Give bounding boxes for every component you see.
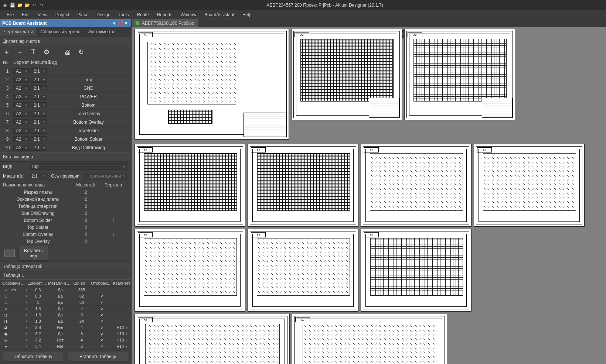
drawing-sheet[interactable]: А2 [361,229,471,312]
remove-sheet-icon[interactable]: － [16,48,24,56]
panel-menu-icon[interactable]: ▾ [111,21,117,26]
drawing-sheet[interactable]: А2 [291,29,402,120]
scale-select[interactable]: 2:1▼ [31,102,47,108]
hole-display[interactable]: ✓ [91,313,113,317]
hole-display[interactable]: ✓ [91,306,113,311]
hole-symbol-cell[interactable]: ●▼ [2,344,28,349]
save-icon[interactable]: 💾 [9,2,16,8]
scale-select[interactable]: 2:1▼ [31,68,47,74]
tab-assembly-drawing[interactable]: Сборочный чертёж [37,27,84,36]
format-select[interactable]: A2▼ [13,85,30,91]
hole-symbol-cell[interactable]: ◕▼ [2,325,28,330]
sheet-row[interactable]: 5A2▼2:1▼Bottom [0,101,131,110]
scale-select[interactable]: 2:1▼ [31,111,47,117]
menu-boardassistant[interactable]: BoardAssistant [201,11,238,18]
undo-icon[interactable]: ↶ [31,2,38,8]
menu-edit[interactable]: Edit [18,11,33,18]
hole-row[interactable]: ◇▼1Да80✓ [0,299,131,306]
hole-row[interactable]: □▼0.8Да82✓ [0,293,131,299]
menu-window[interactable]: Window [177,11,200,18]
hole-symbol-cell[interactable]: ◔▼ [2,312,28,317]
menu-tools[interactable]: Tools [115,11,133,18]
insert-table-button[interactable]: Вставить таблицу [68,352,129,361]
hole-symbol-cell[interactable]: ◎▼ [2,337,28,343]
tab-board-drawing[interactable]: Чертёж платы [0,27,37,36]
view-row[interactable]: Bottom Solder2↕ [0,217,131,224]
hole-row[interactable]: ●▼3.4Нет2✓H14 ▼ [0,343,131,350]
sheet-row[interactable]: 10A2▼2:1▼Вид DrillDrawing [0,144,131,152]
drawing-sheet[interactable]: А2 [248,144,358,227]
hole-display[interactable]: ✓ [91,338,113,343]
document-tab[interactable]: АВБГ.758200.100.PcbDoc [132,19,198,27]
sheet-row[interactable]: 6A2▼2:1▼Top Overlay [0,110,131,118]
hole-symbol-cell[interactable]: □▼ [2,293,28,299]
scale-select[interactable]: 2:1▼ [31,145,47,151]
scale-select[interactable]: 2:1▼ [31,136,47,142]
sheet-row[interactable]: 7A2▼2:1▼Bottom Overlay [0,118,131,127]
format-select[interactable]: A2▼ [13,119,30,125]
view-row[interactable]: Top Overlay2 [0,238,131,245]
hole-display[interactable]: ✓ [91,332,113,336]
scale-select[interactable]: 2:1 ▼ [29,173,48,179]
scale-select[interactable]: 2:1▼ [31,77,47,83]
view-select[interactable]: Top ▼ [29,163,128,170]
hole-row[interactable]: ◕▼2.8Нет4✓H12 ▼ [0,324,131,331]
tab-tools[interactable]: Инструменты [84,27,119,36]
refresh-icon[interactable]: ↻ [77,48,85,56]
hole-row[interactable]: ◉▼3.2Да8✓H13 ▼ [0,331,131,337]
scale-select[interactable]: 2:1▼ [31,119,47,125]
format-select[interactable]: A2▼ [13,111,30,117]
drawing-sheet[interactable]: А2 [135,144,245,227]
open-folder-icon[interactable]: 📂 [24,2,30,8]
format-select[interactable]: A2▼ [13,145,30,151]
sheet-row[interactable]: 8A2▼2:1▼Top Solder [0,127,131,135]
hole-display[interactable]: ✓ [91,300,113,305]
drawing-sheet[interactable]: А2 [135,314,290,364]
hole-symbol-cell[interactable]: ○▼ [2,306,28,311]
hole-row[interactable]: ◎▼3.2Нет4✓H13 ▼ [0,337,131,343]
axis-select[interactable]: горизонтальная ▼ [84,173,128,179]
view-thumbnail-icon[interactable] [4,250,15,257]
menu-design[interactable]: Design [93,11,114,18]
drawing-sheet[interactable]: А2 [135,229,245,312]
hole-row[interactable]: ◑▼1.8Да24✓ [0,318,131,324]
gear-icon[interactable]: ⚙ [43,48,50,56]
sheet-row[interactable]: 4A2▼2:1▼POWER [0,93,131,101]
hole-row[interactable]: ◔▼1.5Да3✓ [0,312,131,318]
hole-row[interactable]: ▽via▼0.6Да365 [0,287,131,293]
hole-display[interactable]: ✓ [91,294,113,299]
menu-file[interactable]: File [3,11,17,18]
view-row[interactable]: Таблица отверстий2 [0,203,131,210]
menu-help[interactable]: Help [239,11,255,18]
sheet-row[interactable]: 2A2▼2:1▼Top [0,76,131,84]
format-select[interactable]: A1▼ [13,68,30,74]
hole-row[interactable]: ○▼1.3Да4✓ [0,306,131,312]
hole-qual-cell[interactable]: H14 ▼ [113,344,132,348]
print-icon[interactable]: 🖨 [64,48,71,56]
panel-pin-icon[interactable]: 📌 [117,21,123,26]
redo-icon[interactable]: ↷ [38,2,45,8]
sheet-row[interactable]: 1A1▼2:1▼ [0,67,131,76]
scale-select[interactable]: 2:1▼ [31,94,47,100]
hole-display[interactable]: ✓ [91,319,113,324]
format-select[interactable]: A2▼ [13,94,30,100]
text-icon[interactable]: T [30,48,37,56]
hole-qual-cell[interactable]: H12 ▼ [113,325,132,330]
format-select[interactable]: A2▼ [13,128,30,134]
format-select[interactable]: A2▼ [13,77,30,83]
drawing-sheet[interactable]: А2 [292,314,447,364]
view-row[interactable]: Bottom Overlay2↕ [0,231,131,238]
hole-symbol-cell[interactable]: ▽via▼ [2,287,28,292]
menu-place[interactable]: Place [74,11,92,18]
drawing-sheet[interactable]: А2 [248,229,358,312]
menu-route[interactable]: Route [133,11,153,18]
hole-symbol-cell[interactable]: ◇▼ [2,300,28,305]
view-row[interactable]: Основной вид платы2 [0,196,131,203]
hole-qual-cell[interactable]: H13 ▼ [113,338,132,342]
view-row[interactable]: Top Solder2 [0,224,131,231]
drawing-canvas[interactable]: ▼ ⊃ ✛ ▭ ▥ ▤ ⌇ ∿ 🔑 ▮ ▱ ▦ A ⋯ А1 [132,27,606,364]
hole-qual-cell[interactable]: H13 ▼ [113,332,132,336]
panel-close-icon[interactable]: ✕ [123,21,129,26]
drawing-sheet[interactable]: А1 [135,29,289,140]
hole-symbol-cell[interactable]: ◑▼ [2,319,28,324]
